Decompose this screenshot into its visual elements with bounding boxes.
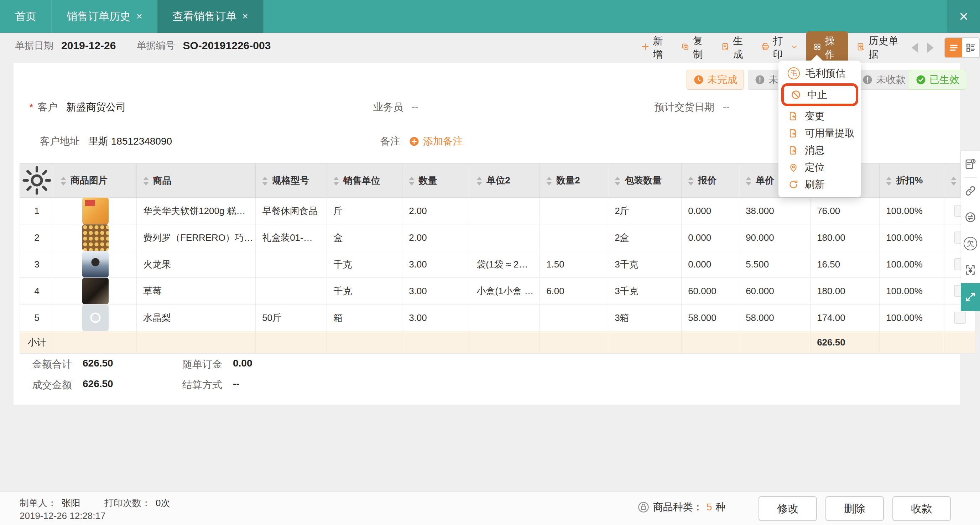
- product-image[interactable]: [82, 224, 108, 251]
- close-tab-icon[interactable]: ×: [242, 11, 248, 22]
- sort-icon[interactable]: [886, 177, 892, 186]
- cell-amount: 180.00: [810, 278, 880, 304]
- product-image[interactable]: [82, 278, 108, 304]
- view-toggle: [944, 37, 980, 58]
- tab-bar: 首页 销售订单历史 × 查看销售订单 ×: [0, 0, 980, 33]
- gear-icon[interactable]: [20, 164, 54, 197]
- sort-icon[interactable]: [688, 177, 694, 186]
- receive-payment-button[interactable]: 收款: [892, 496, 951, 521]
- link-icon: [964, 185, 977, 197]
- history-doc-button[interactable]: 历史单据: [853, 34, 905, 61]
- sort-icon[interactable]: [615, 177, 620, 186]
- sort-icon[interactable]: [409, 177, 415, 186]
- print-button[interactable]: 打印: [757, 34, 801, 61]
- doc-history-button[interactable]: [961, 151, 980, 177]
- close-icon[interactable]: ×: [947, 0, 980, 33]
- tab-sales-order-history[interactable]: 销售订单历史 ×: [52, 0, 158, 33]
- cell-name: 草莓: [137, 278, 256, 304]
- product-image[interactable]: [82, 251, 108, 277]
- new-button[interactable]: 新增: [638, 34, 672, 61]
- col-label: 规格型号: [272, 175, 309, 186]
- table-row-4: 4草莓千克3.00小盒(1小盒 …6.003千克60.00060.000180.…: [20, 278, 976, 304]
- menu-item-5[interactable]: 消息: [778, 142, 861, 159]
- copy-button[interactable]: 复制: [677, 34, 712, 61]
- menu-item-6[interactable]: 定位: [778, 159, 861, 176]
- menu-item-label: 消息: [805, 143, 825, 157]
- col-header-7[interactable]: 数量2: [540, 164, 608, 198]
- delivery-date-value: --: [723, 102, 730, 113]
- col-header-3[interactable]: 规格型号: [256, 164, 327, 198]
- product-image[interactable]: [82, 304, 108, 331]
- link-button[interactable]: [961, 178, 980, 204]
- delete-button[interactable]: 删除: [826, 496, 884, 521]
- card-view-button[interactable]: [962, 38, 979, 57]
- sort-icon[interactable]: [476, 177, 482, 186]
- footer-bar: 制单人：张阳 打印次数：0次 2019-12-26 12:28:17 商品种类：…: [0, 492, 980, 525]
- close-tab-icon[interactable]: ×: [137, 11, 142, 22]
- menu-item-label: 中止: [807, 88, 827, 102]
- prev-page-icon[interactable]: [912, 43, 918, 53]
- product-image-cell: [54, 278, 137, 304]
- col-header-9[interactable]: 报价: [682, 164, 739, 198]
- debt-icon: 欠: [964, 237, 977, 250]
- col-header-0[interactable]: [20, 164, 54, 198]
- money-button[interactable]: [961, 257, 980, 283]
- category-count-value: 5: [706, 501, 712, 513]
- bag-icon: [638, 501, 649, 513]
- tab-home[interactable]: 首页: [0, 0, 52, 33]
- menu-item-1[interactable]: 毛毛利预估: [778, 65, 861, 82]
- exclaim-icon: [754, 75, 765, 85]
- sort-icon[interactable]: [951, 177, 956, 186]
- add-circle-icon: [409, 136, 420, 147]
- col-header-4[interactable]: *销售单位: [327, 164, 402, 198]
- modify-button[interactable]: 修改: [759, 496, 817, 521]
- menu-item-3[interactable]: 变更: [778, 108, 861, 125]
- customer-address-field: 客户地址 里斯 18512348090: [40, 135, 172, 148]
- expand-button[interactable]: [961, 283, 980, 311]
- cell-price: 38.000: [739, 198, 810, 224]
- cell-unit2: [470, 224, 540, 251]
- cell-unit2: [470, 304, 540, 331]
- col-header-6[interactable]: 单位2: [470, 164, 540, 198]
- menu-item-7[interactable]: 刷新: [778, 176, 861, 193]
- col-header-1[interactable]: 商品图片: [54, 164, 137, 198]
- product-image[interactable]: [82, 198, 108, 224]
- doc-icon: [788, 127, 799, 139]
- cell-qty2: 6.00: [540, 278, 608, 304]
- sort-icon[interactable]: [333, 177, 339, 186]
- subtotal-cell: [256, 331, 327, 354]
- cell-quote: 60.000: [682, 278, 739, 304]
- sort-icon[interactable]: [60, 177, 66, 186]
- tab-view-sales-order[interactable]: 查看销售订单 ×: [158, 0, 263, 33]
- toolbar: 新增 复制 生成 打印 操作 历史单据: [638, 37, 980, 59]
- doc-date-value: 2019-12-26: [61, 40, 116, 52]
- deposit-value: 0.00: [233, 358, 253, 371]
- col-header-8[interactable]: 包装数量: [608, 164, 682, 198]
- generate-button[interactable]: 生成: [718, 34, 752, 61]
- sort-icon[interactable]: [546, 177, 552, 186]
- generate-doc-icon: [721, 42, 730, 53]
- table-row-5: 5水晶梨50斤箱3.003箱58.00058.000174.00100.00%: [20, 304, 976, 331]
- exchange-button[interactable]: [961, 204, 980, 231]
- next-page-icon[interactable]: [927, 43, 934, 53]
- debt-button[interactable]: 欠: [961, 231, 980, 257]
- sort-icon[interactable]: [143, 177, 149, 186]
- add-remark-button[interactable]: 添加备注: [409, 135, 463, 148]
- doc-date-label: 单据日期: [15, 39, 53, 52]
- created-timestamp: 2019-12-26 12:28:17: [19, 511, 105, 522]
- col-header-2[interactable]: *商品: [137, 164, 256, 198]
- col-header-12[interactable]: 折扣%: [880, 164, 944, 198]
- cell-qty2: [540, 224, 608, 251]
- sort-icon[interactable]: [746, 177, 751, 186]
- list-view-button[interactable]: [945, 38, 962, 57]
- menu-item-4[interactable]: 可用量提取: [778, 125, 861, 142]
- col-header-5[interactable]: *数量: [402, 164, 470, 198]
- gift-checkbox[interactable]: [954, 312, 966, 324]
- exclaim-icon: [862, 75, 873, 85]
- doc-no-value: SO-20191226-003: [183, 40, 270, 52]
- cell-qty2: [540, 304, 608, 331]
- customer-field: * 客户 新盛商贸公司: [29, 100, 126, 114]
- chevron-down-icon[interactable]: [791, 43, 798, 52]
- menu-item-2[interactable]: 中止: [781, 83, 858, 106]
- sort-icon[interactable]: [262, 177, 268, 186]
